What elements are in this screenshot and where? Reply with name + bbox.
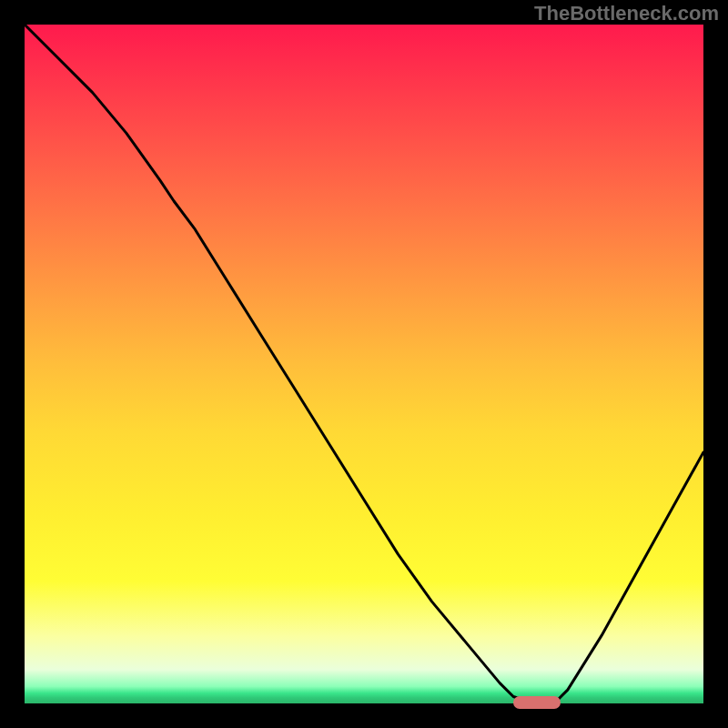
bottleneck-curve-svg: [25, 25, 703, 703]
minimum-marker: [513, 696, 561, 709]
chart-container: TheBottleneck.com: [0, 0, 728, 728]
watermark-text: TheBottleneck.com: [534, 2, 719, 25]
bottleneck-curve-line: [25, 25, 703, 703]
